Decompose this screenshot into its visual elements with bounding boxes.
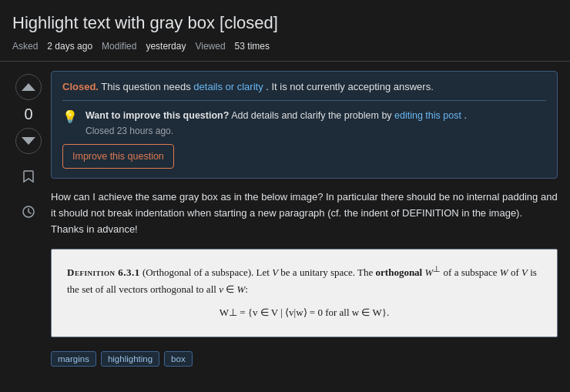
bookmark-icon xyxy=(22,169,35,183)
closed-notice-header: Closed. This question needs details or c… xyxy=(62,81,546,101)
closed-notice-main: This question needs xyxy=(101,81,193,92)
vote-count: 0 xyxy=(24,103,32,125)
viewed-value: 53 times xyxy=(235,41,270,52)
question-title: Highlight text with gray box [closed] xyxy=(0,12,570,41)
closed-notice-improve-text: Want to improve this question? Add detai… xyxy=(86,109,467,123)
def-V1: V xyxy=(272,266,278,278)
tags-row: marginshighlightingbox xyxy=(51,345,558,370)
asked-label: Asked xyxy=(12,41,38,52)
editing-post-link[interactable]: editing this post xyxy=(394,110,461,121)
closed-time: Closed 23 hours ago. xyxy=(86,126,467,136)
history-icon xyxy=(22,205,35,219)
question-meta: Asked 2 days ago Modified yesterday View… xyxy=(0,41,570,62)
improve-text-block: Want to improve this question? Add detai… xyxy=(86,109,467,137)
improve-end: . xyxy=(464,110,466,121)
def-content6: ∈ xyxy=(223,283,237,295)
closed-notice-end: . It is not currently accepting answers. xyxy=(266,81,433,92)
def-W: W xyxy=(500,266,508,278)
improve-body: Add details and clarify the problem by xyxy=(231,110,394,121)
asked-value: 2 days ago xyxy=(47,41,92,52)
tag-highlighting[interactable]: highlighting xyxy=(101,351,159,367)
page-container: Highlight text with gray box [closed] As… xyxy=(0,0,570,382)
vote-column: 0 xyxy=(12,71,45,370)
closed-notice: Closed. This question needs details or c… xyxy=(51,71,558,179)
def-title: Definition 6.3.1 xyxy=(67,266,140,278)
details-clarity-link[interactable]: details or clarity xyxy=(193,81,263,92)
history-button[interactable] xyxy=(15,199,42,225)
modified-label: Modified xyxy=(102,41,136,52)
upvote-button[interactable] xyxy=(15,74,42,100)
def-content1: (Orthogonal of a subspace). Let xyxy=(140,266,272,278)
def-V2: V xyxy=(521,266,528,278)
modified-value: yesterday xyxy=(146,41,186,52)
def-W-perp: W xyxy=(424,266,433,278)
definition-box: Definition 6.3.1 (Orthogonal of a subspa… xyxy=(51,249,558,338)
upvote-icon xyxy=(22,83,35,91)
downvote-icon xyxy=(22,137,35,145)
def-W2: W xyxy=(236,283,245,295)
tag-margins[interactable]: margins xyxy=(51,351,96,367)
bulb-icon: 💡 xyxy=(62,109,78,124)
bookmark-button[interactable] xyxy=(15,163,42,189)
closed-notice-improve: 💡 Want to improve this question? Add det… xyxy=(62,109,546,137)
viewed-label: Viewed xyxy=(195,41,225,52)
improve-question-button[interactable]: Improve this question xyxy=(62,144,174,169)
def-sup: ⊥ xyxy=(433,264,441,273)
main-content: 0 Closed. This question needs xyxy=(0,71,570,370)
closed-label: Closed. xyxy=(62,81,99,92)
post-column: Closed. This question needs details or c… xyxy=(45,71,558,370)
def-content7: : xyxy=(245,283,248,295)
def-content3: of a subspace xyxy=(441,266,500,278)
tag-box[interactable]: box xyxy=(164,351,193,367)
def-bold-orthogonal: orthogonal xyxy=(376,266,423,278)
definition-text: Definition 6.3.1 (Orthogonal of a subspa… xyxy=(67,262,542,322)
improve-prefix: Want to improve this question? xyxy=(86,110,229,121)
def-content4: of xyxy=(508,266,521,278)
def-formula: W⊥ = {v ∈ V | ⟨v|w⟩ = 0 for all w ∈ W}. xyxy=(67,304,542,321)
def-content2: be a unitary space. The xyxy=(278,266,375,278)
question-body: How can I achieve the same gray box as i… xyxy=(51,189,558,237)
downvote-button[interactable] xyxy=(15,128,42,154)
